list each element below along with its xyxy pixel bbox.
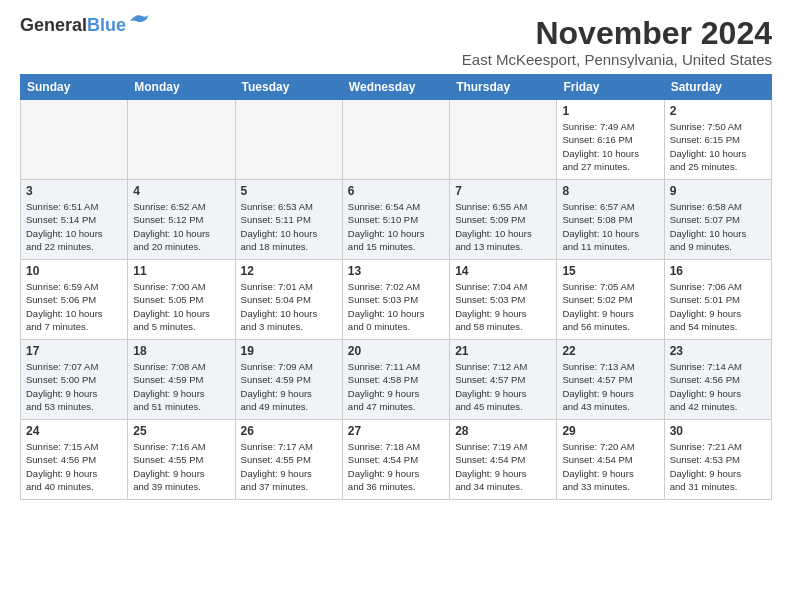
day-info: Sunrise: 7:14 AM Sunset: 4:56 PM Dayligh… [670, 360, 766, 413]
calendar-week-row: 1Sunrise: 7:49 AM Sunset: 6:16 PM Daylig… [21, 100, 772, 180]
calendar-week-row: 3Sunrise: 6:51 AM Sunset: 5:14 PM Daylig… [21, 180, 772, 260]
day-number: 28 [455, 424, 551, 438]
calendar-day-header: Wednesday [342, 75, 449, 100]
day-info: Sunrise: 7:08 AM Sunset: 4:59 PM Dayligh… [133, 360, 229, 413]
day-number: 30 [670, 424, 766, 438]
calendar-day-cell: 5Sunrise: 6:53 AM Sunset: 5:11 PM Daylig… [235, 180, 342, 260]
day-number: 29 [562, 424, 658, 438]
month-title: November 2024 [462, 16, 772, 51]
calendar-day-header: Tuesday [235, 75, 342, 100]
page: GeneralBlue November 2024 East McKeespor… [0, 0, 792, 510]
day-number: 13 [348, 264, 444, 278]
logo-text: GeneralBlue [20, 16, 126, 34]
calendar-day-cell: 16Sunrise: 7:06 AM Sunset: 5:01 PM Dayli… [664, 260, 771, 340]
day-info: Sunrise: 6:52 AM Sunset: 5:12 PM Dayligh… [133, 200, 229, 253]
day-info: Sunrise: 7:18 AM Sunset: 4:54 PM Dayligh… [348, 440, 444, 493]
header: GeneralBlue November 2024 East McKeespor… [20, 16, 772, 68]
calendar-day-cell: 10Sunrise: 6:59 AM Sunset: 5:06 PM Dayli… [21, 260, 128, 340]
day-info: Sunrise: 7:06 AM Sunset: 5:01 PM Dayligh… [670, 280, 766, 333]
day-info: Sunrise: 6:53 AM Sunset: 5:11 PM Dayligh… [241, 200, 337, 253]
logo: GeneralBlue [20, 16, 150, 34]
calendar-day-header: Thursday [450, 75, 557, 100]
day-info: Sunrise: 6:59 AM Sunset: 5:06 PM Dayligh… [26, 280, 122, 333]
day-info: Sunrise: 6:54 AM Sunset: 5:10 PM Dayligh… [348, 200, 444, 253]
calendar-day-cell: 3Sunrise: 6:51 AM Sunset: 5:14 PM Daylig… [21, 180, 128, 260]
day-number: 23 [670, 344, 766, 358]
day-number: 8 [562, 184, 658, 198]
calendar-day-cell: 14Sunrise: 7:04 AM Sunset: 5:03 PM Dayli… [450, 260, 557, 340]
calendar-day-cell: 21Sunrise: 7:12 AM Sunset: 4:57 PM Dayli… [450, 340, 557, 420]
calendar-week-row: 24Sunrise: 7:15 AM Sunset: 4:56 PM Dayli… [21, 420, 772, 500]
logo-blue: Blue [87, 15, 126, 35]
day-number: 14 [455, 264, 551, 278]
calendar-day-cell: 19Sunrise: 7:09 AM Sunset: 4:59 PM Dayli… [235, 340, 342, 420]
day-number: 1 [562, 104, 658, 118]
calendar-day-cell: 25Sunrise: 7:16 AM Sunset: 4:55 PM Dayli… [128, 420, 235, 500]
calendar-day-cell: 23Sunrise: 7:14 AM Sunset: 4:56 PM Dayli… [664, 340, 771, 420]
day-number: 4 [133, 184, 229, 198]
day-info: Sunrise: 6:58 AM Sunset: 5:07 PM Dayligh… [670, 200, 766, 253]
calendar-day-cell [235, 100, 342, 180]
day-info: Sunrise: 7:02 AM Sunset: 5:03 PM Dayligh… [348, 280, 444, 333]
calendar-day-cell: 24Sunrise: 7:15 AM Sunset: 4:56 PM Dayli… [21, 420, 128, 500]
calendar-day-header: Monday [128, 75, 235, 100]
day-info: Sunrise: 7:13 AM Sunset: 4:57 PM Dayligh… [562, 360, 658, 413]
calendar-week-row: 10Sunrise: 6:59 AM Sunset: 5:06 PM Dayli… [21, 260, 772, 340]
day-number: 11 [133, 264, 229, 278]
calendar-day-cell: 12Sunrise: 7:01 AM Sunset: 5:04 PM Dayli… [235, 260, 342, 340]
day-number: 16 [670, 264, 766, 278]
calendar-day-header: Friday [557, 75, 664, 100]
calendar-day-cell: 2Sunrise: 7:50 AM Sunset: 6:15 PM Daylig… [664, 100, 771, 180]
title-area: November 2024 East McKeesport, Pennsylva… [462, 16, 772, 68]
day-number: 3 [26, 184, 122, 198]
day-number: 7 [455, 184, 551, 198]
calendar-day-cell: 29Sunrise: 7:20 AM Sunset: 4:54 PM Dayli… [557, 420, 664, 500]
day-number: 2 [670, 104, 766, 118]
day-info: Sunrise: 6:55 AM Sunset: 5:09 PM Dayligh… [455, 200, 551, 253]
calendar-day-cell [342, 100, 449, 180]
calendar-day-header: Saturday [664, 75, 771, 100]
calendar-day-header: Sunday [21, 75, 128, 100]
day-info: Sunrise: 6:57 AM Sunset: 5:08 PM Dayligh… [562, 200, 658, 253]
calendar-day-cell: 18Sunrise: 7:08 AM Sunset: 4:59 PM Dayli… [128, 340, 235, 420]
calendar-week-row: 17Sunrise: 7:07 AM Sunset: 5:00 PM Dayli… [21, 340, 772, 420]
calendar-day-cell: 9Sunrise: 6:58 AM Sunset: 5:07 PM Daylig… [664, 180, 771, 260]
day-info: Sunrise: 7:04 AM Sunset: 5:03 PM Dayligh… [455, 280, 551, 333]
logo-general: General [20, 15, 87, 35]
calendar-day-cell [21, 100, 128, 180]
calendar-header-row: SundayMondayTuesdayWednesdayThursdayFrid… [21, 75, 772, 100]
day-number: 6 [348, 184, 444, 198]
calendar-day-cell: 27Sunrise: 7:18 AM Sunset: 4:54 PM Dayli… [342, 420, 449, 500]
day-info: Sunrise: 7:05 AM Sunset: 5:02 PM Dayligh… [562, 280, 658, 333]
day-number: 10 [26, 264, 122, 278]
day-number: 18 [133, 344, 229, 358]
day-info: Sunrise: 7:00 AM Sunset: 5:05 PM Dayligh… [133, 280, 229, 333]
day-number: 5 [241, 184, 337, 198]
calendar-day-cell: 4Sunrise: 6:52 AM Sunset: 5:12 PM Daylig… [128, 180, 235, 260]
day-number: 12 [241, 264, 337, 278]
day-info: Sunrise: 7:07 AM Sunset: 5:00 PM Dayligh… [26, 360, 122, 413]
calendar-day-cell: 8Sunrise: 6:57 AM Sunset: 5:08 PM Daylig… [557, 180, 664, 260]
calendar-day-cell: 30Sunrise: 7:21 AM Sunset: 4:53 PM Dayli… [664, 420, 771, 500]
calendar-day-cell: 22Sunrise: 7:13 AM Sunset: 4:57 PM Dayli… [557, 340, 664, 420]
day-number: 9 [670, 184, 766, 198]
day-info: Sunrise: 7:50 AM Sunset: 6:15 PM Dayligh… [670, 120, 766, 173]
calendar-day-cell: 20Sunrise: 7:11 AM Sunset: 4:58 PM Dayli… [342, 340, 449, 420]
day-info: Sunrise: 7:16 AM Sunset: 4:55 PM Dayligh… [133, 440, 229, 493]
calendar-day-cell: 11Sunrise: 7:00 AM Sunset: 5:05 PM Dayli… [128, 260, 235, 340]
day-info: Sunrise: 6:51 AM Sunset: 5:14 PM Dayligh… [26, 200, 122, 253]
calendar-day-cell: 26Sunrise: 7:17 AM Sunset: 4:55 PM Dayli… [235, 420, 342, 500]
logo-bird-icon [128, 11, 150, 29]
day-info: Sunrise: 7:49 AM Sunset: 6:16 PM Dayligh… [562, 120, 658, 173]
day-number: 25 [133, 424, 229, 438]
calendar-day-cell [128, 100, 235, 180]
day-info: Sunrise: 7:17 AM Sunset: 4:55 PM Dayligh… [241, 440, 337, 493]
day-number: 27 [348, 424, 444, 438]
day-number: 15 [562, 264, 658, 278]
calendar-day-cell: 6Sunrise: 6:54 AM Sunset: 5:10 PM Daylig… [342, 180, 449, 260]
day-number: 20 [348, 344, 444, 358]
day-info: Sunrise: 7:01 AM Sunset: 5:04 PM Dayligh… [241, 280, 337, 333]
day-info: Sunrise: 7:15 AM Sunset: 4:56 PM Dayligh… [26, 440, 122, 493]
calendar-day-cell: 15Sunrise: 7:05 AM Sunset: 5:02 PM Dayli… [557, 260, 664, 340]
day-number: 24 [26, 424, 122, 438]
